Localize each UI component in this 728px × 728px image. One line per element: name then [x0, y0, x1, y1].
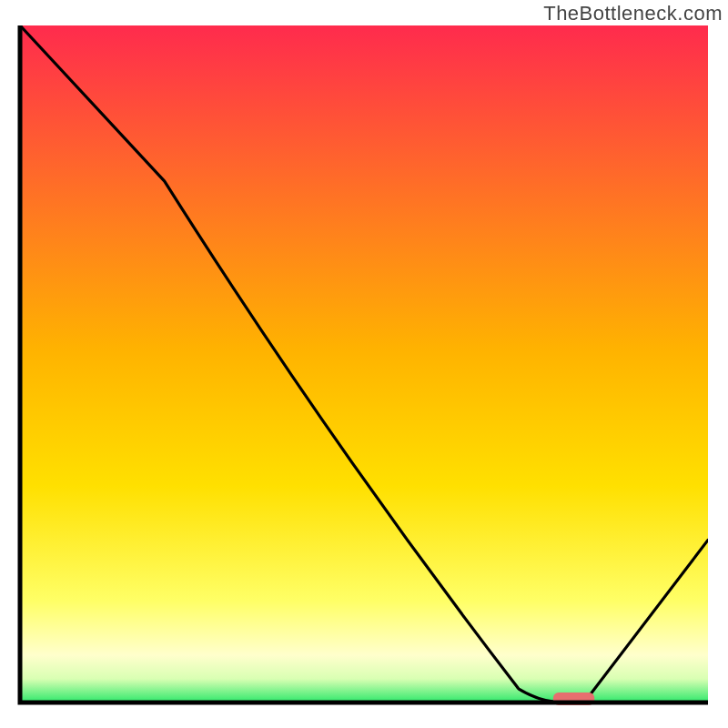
gradient-background [20, 25, 708, 703]
bottleneck-chart [0, 0, 728, 728]
chart-container: TheBottleneck.com [0, 0, 728, 728]
